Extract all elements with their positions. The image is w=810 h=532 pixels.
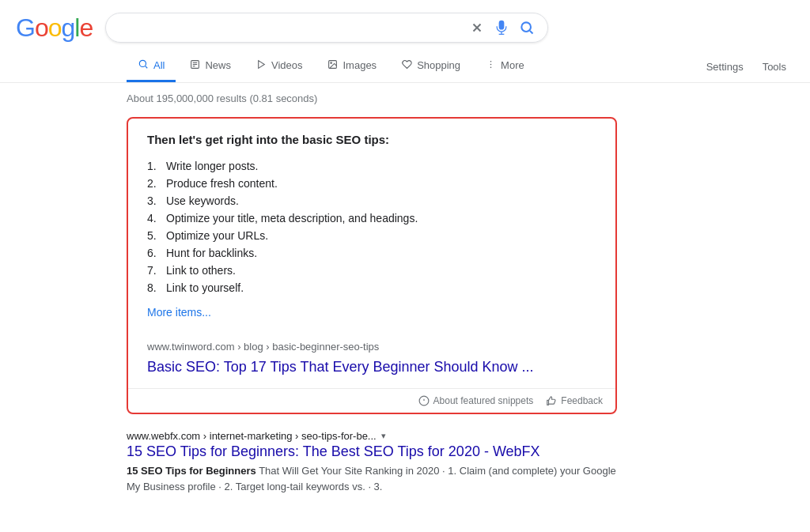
tab-videos-label: Videos — [271, 59, 303, 71]
more-items-link[interactable]: More items... — [147, 306, 211, 319]
snippet-list: 1.Write longer posts. 2.Produce fresh co… — [147, 157, 596, 296]
search-result: www.webfx.com › internet-marketing › seo… — [127, 430, 617, 494]
list-item: 4.Optimize your title, meta description,… — [147, 209, 596, 227]
tab-more-label: More — [501, 59, 524, 71]
result-url: www.webfx.com › internet-marketing › seo… — [127, 430, 377, 442]
list-item: 1.Write longer posts. — [147, 157, 596, 175]
result-url-line: www.webfx.com › internet-marketing › seo… — [127, 430, 617, 442]
results-area: About 195,000,000 results (0.81 seconds)… — [0, 83, 633, 523]
tab-news-label: News — [205, 59, 231, 71]
tab-news[interactable]: News — [179, 51, 242, 82]
tab-shopping-label: Shopping — [417, 59, 460, 71]
tab-all-label: All — [153, 59, 165, 71]
list-item: 7.Link to others. — [147, 262, 596, 279]
more-icon — [486, 59, 496, 72]
search-input[interactable]: seo tips for beginners — [119, 21, 462, 35]
tab-shopping[interactable]: Shopping — [391, 51, 471, 82]
result-snippet: 15 SEO Tips for Beginners That Will Get … — [127, 463, 617, 494]
result-count: About 195,000,000 results (0.81 seconds) — [127, 92, 617, 104]
videos-icon — [256, 59, 267, 72]
tab-all[interactable]: All — [127, 51, 176, 82]
google-logo[interactable]: Google — [16, 15, 93, 40]
feedback-label: Feedback — [561, 395, 603, 406]
clear-search-button[interactable] — [470, 21, 484, 35]
tools-link[interactable]: Tools — [755, 53, 794, 81]
snippet-footer: About featured snippets Feedback — [128, 388, 615, 413]
svg-line-5 — [530, 31, 533, 34]
list-item: 8.Link to yourself. — [147, 279, 596, 296]
search-submit-button[interactable] — [519, 20, 535, 36]
result-url-arrow: ▾ — [381, 431, 386, 441]
svg-point-14 — [331, 62, 332, 63]
tab-images[interactable]: Images — [316, 51, 388, 82]
result-title-link[interactable]: 15 SEO Tips for Beginners: The Best SEO … — [127, 443, 617, 460]
shopping-icon — [402, 59, 412, 72]
header: Google seo tips for beginners — [0, 0, 810, 51]
snippet-intro: Then let's get right into the basic SEO … — [147, 133, 596, 146]
snippet-title-link[interactable]: Basic SEO: Top 17 Tips That Every Beginn… — [128, 356, 615, 388]
voice-search-button[interactable] — [494, 20, 509, 36]
list-item: 3.Use keywords. — [147, 192, 596, 209]
snippet-source-url: www.twinword.com › blog › basic-beginner… — [128, 333, 615, 356]
search-bar[interactable]: seo tips for beginners — [105, 13, 548, 43]
feedback-button[interactable]: Feedback — [546, 395, 603, 406]
svg-point-17 — [490, 66, 492, 68]
list-item: 2.Produce fresh content. — [147, 175, 596, 192]
images-icon — [327, 59, 338, 72]
list-item: 5.Optimize your URLs. — [147, 227, 596, 244]
tab-more[interactable]: More — [475, 51, 536, 82]
search-icons — [470, 20, 535, 36]
svg-line-7 — [146, 66, 148, 69]
tab-videos[interactable]: Videos — [245, 51, 314, 82]
all-icon — [138, 58, 149, 72]
about-snippets-label: About featured snippets — [433, 395, 534, 406]
settings-link[interactable]: Settings — [698, 53, 751, 81]
about-snippets-button[interactable]: About featured snippets — [418, 395, 534, 406]
featured-snippet-wrapper: Then let's get right into the basic SEO … — [127, 117, 617, 414]
svg-marker-12 — [259, 60, 265, 68]
svg-point-16 — [490, 63, 492, 65]
svg-point-15 — [490, 60, 492, 62]
list-item: 6.Hunt for backlinks. — [147, 244, 596, 262]
svg-point-6 — [139, 60, 146, 66]
svg-point-4 — [522, 22, 532, 32]
svg-rect-21 — [547, 400, 549, 405]
nav-tabs: All News Videos Images — [0, 51, 810, 83]
news-icon — [190, 59, 200, 72]
featured-snippet: Then let's get right into the basic SEO … — [128, 119, 615, 333]
tab-images-label: Images — [343, 59, 377, 71]
